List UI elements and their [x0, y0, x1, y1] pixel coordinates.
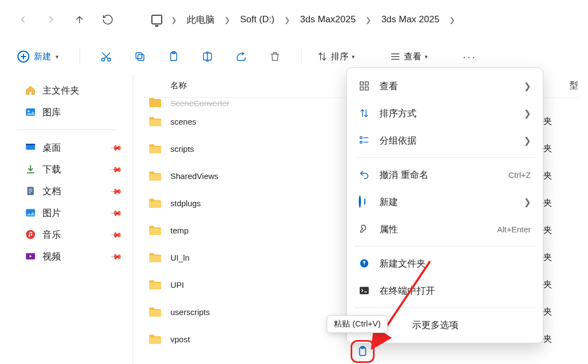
- ctx-label: 查看: [379, 80, 514, 92]
- svg-rect-18: [365, 82, 369, 85]
- separator: [354, 246, 535, 246]
- svg-point-8: [28, 110, 29, 112]
- pin-icon: 📌: [110, 163, 122, 175]
- ctx-shortcut: Ctrl+Z: [509, 170, 531, 180]
- sidebar-item-label: 主文件夹: [42, 84, 79, 97]
- sidebar-item-label: 下载: [42, 163, 61, 176]
- svg-rect-20: [365, 87, 369, 90]
- ctx-label: 分组依据: [379, 134, 514, 147]
- svg-point-13: [26, 230, 35, 239]
- chevron-down-icon: ▾: [352, 53, 355, 60]
- svg-rect-3: [136, 53, 142, 59]
- chevron-right-icon: ❯: [168, 16, 180, 24]
- svg-point-14: [28, 235, 30, 237]
- sidebar-item-downloads[interactable]: 下载 📌: [0, 158, 133, 180]
- sidebar-item-label: 图片: [42, 207, 61, 219]
- folder-icon: [149, 252, 162, 263]
- breadcrumb-item[interactable]: 3ds Max 2025: [380, 12, 440, 27]
- ctx-new[interactable]: 新建 ❯: [347, 188, 543, 215]
- nav-forward-button[interactable]: [38, 7, 64, 33]
- ctx-label: 排序方式: [379, 107, 514, 120]
- rename-button[interactable]: [197, 46, 218, 67]
- ctx-label: 撤消 重命名: [379, 169, 499, 181]
- folder-icon: [149, 334, 162, 344]
- folder-icon: [149, 279, 162, 290]
- chevron-right-icon: ❯: [281, 16, 293, 24]
- gallery-icon: [25, 107, 36, 118]
- new-button[interactable]: 新建 ▾: [12, 46, 64, 67]
- sidebar-item-documents[interactable]: 文档 📌: [0, 180, 133, 202]
- download-icon: [25, 164, 36, 175]
- plus-circle-icon: [359, 196, 370, 207]
- ctx-sort[interactable]: 排序方式 ❯: [347, 100, 543, 127]
- svg-rect-2: [138, 54, 144, 60]
- svg-point-0: [102, 58, 105, 61]
- home-icon: [25, 85, 36, 96]
- chevron-right-icon: ❯: [524, 197, 531, 207]
- annotation-arrow: [365, 256, 441, 359]
- svg-point-15: [30, 234, 32, 236]
- address-bar: ❯ 此电脑 ❯ Soft (D:) ❯ 3ds Max2025 ❯ 3ds Ma…: [0, 0, 588, 39]
- folder-icon: [149, 143, 162, 154]
- more-button[interactable]: ···: [463, 51, 477, 63]
- pin-icon: 📌: [110, 228, 122, 240]
- desktop-icon: [25, 142, 36, 153]
- file-name: SceneConverter: [170, 98, 229, 108]
- pin-icon: 📌: [110, 141, 122, 153]
- video-icon: [25, 251, 36, 262]
- chevron-down-icon: ▾: [425, 53, 428, 60]
- sidebar-item-label: 视频: [42, 250, 61, 263]
- nav-back-button[interactable]: [10, 7, 36, 33]
- sidebar-item-label: 文档: [42, 185, 61, 198]
- ctx-group[interactable]: 分组依据 ❯: [347, 127, 543, 154]
- folder-icon: [149, 98, 162, 108]
- ctx-label: 新建: [379, 196, 514, 208]
- svg-rect-19: [360, 87, 364, 90]
- sidebar-item-music[interactable]: 音乐 📌: [0, 224, 133, 245]
- delete-button[interactable]: [264, 46, 286, 67]
- chevron-down-icon: ▾: [56, 53, 59, 60]
- nav-refresh-button[interactable]: [95, 7, 121, 33]
- nav-up-button[interactable]: [66, 7, 93, 33]
- paste-button[interactable]: [163, 46, 185, 67]
- pin-icon: 📌: [110, 184, 122, 197]
- ctx-shortcut: Alt+Enter: [497, 225, 531, 234]
- breadcrumb-item[interactable]: 3ds Max2025: [299, 12, 357, 27]
- svg-point-1: [108, 58, 111, 61]
- separator: [79, 48, 80, 65]
- sidebar-item-gallery[interactable]: 图库: [0, 101, 133, 123]
- folder-icon: [149, 306, 162, 317]
- sidebar-item-videos[interactable]: 视频 📌: [0, 245, 133, 267]
- breadcrumb-item[interactable]: 此电脑: [186, 11, 216, 28]
- sort-label: 排序: [331, 51, 348, 63]
- chevron-right-icon: ❯: [362, 16, 375, 24]
- view-label: 查看: [404, 51, 421, 63]
- pictures-icon: [25, 207, 36, 218]
- folder-icon: [149, 225, 162, 236]
- svg-rect-10: [26, 144, 35, 145]
- new-button-label: 新建: [34, 51, 51, 63]
- sidebar-item-pictures[interactable]: 图片 📌: [0, 202, 133, 224]
- separator: [16, 129, 117, 130]
- sidebar: 主文件夹 图库 桌面 📌 下载 📌 文档: [0, 74, 133, 364]
- folder-icon: [149, 198, 162, 208]
- share-button[interactable]: [230, 46, 252, 67]
- sort-dropdown[interactable]: 排序 ▾: [317, 51, 355, 63]
- chevron-right-icon: ❯: [524, 108, 531, 119]
- sidebar-item-label: 图库: [42, 106, 61, 119]
- chevron-right-icon: ❯: [221, 16, 234, 24]
- svg-rect-17: [360, 82, 364, 85]
- sidebar-item-label: 音乐: [42, 229, 61, 241]
- sidebar-item-desktop[interactable]: 桌面 📌: [0, 137, 133, 158]
- svg-rect-21: [360, 137, 362, 138]
- sidebar-item-home[interactable]: 主文件夹: [0, 79, 133, 101]
- cut-button[interactable]: [95, 46, 117, 67]
- ctx-view[interactable]: 查看 ❯: [347, 72, 543, 100]
- documents-icon: [25, 186, 36, 196]
- col-name: 名称: [170, 81, 187, 91]
- ctx-properties[interactable]: 属性 Alt+Enter: [347, 215, 543, 243]
- view-dropdown[interactable]: 查看 ▾: [390, 51, 428, 63]
- breadcrumb-item[interactable]: Soft (D:): [239, 12, 275, 27]
- copy-button[interactable]: [129, 46, 151, 67]
- ctx-undo[interactable]: 撤消 重命名 Ctrl+Z: [347, 161, 543, 188]
